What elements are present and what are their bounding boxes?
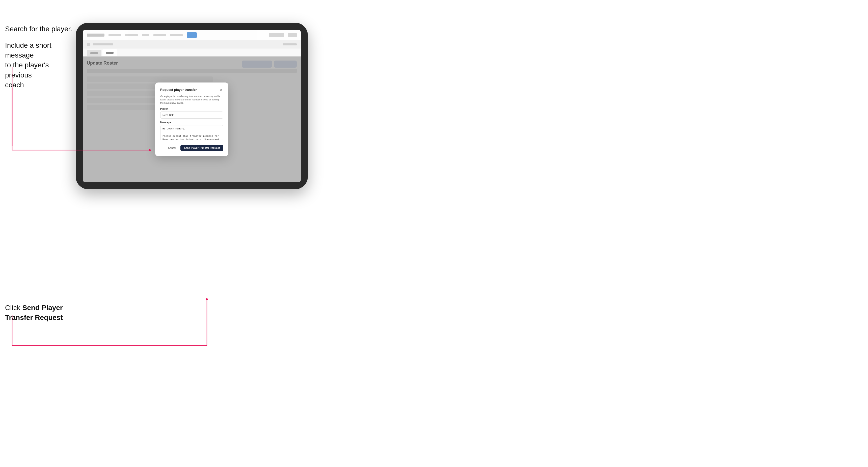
main-content: Update Roster Re — [83, 57, 301, 182]
message-label: Message — [160, 121, 223, 124]
tablet-screen: Update Roster Re — [83, 30, 301, 182]
header-btn-edit — [269, 33, 284, 37]
tab-roster[interactable] — [87, 50, 101, 56]
annotation-search-text: Search for the player. — [5, 24, 72, 34]
header-nav-teams — [125, 34, 138, 36]
tab-roster-active[interactable] — [102, 49, 117, 56]
header-nav-athletes — [153, 34, 166, 36]
app-subheader — [83, 40, 301, 49]
tab-active-text — [106, 52, 114, 54]
send-transfer-button[interactable]: Send Player Transfer Request — [180, 145, 223, 151]
modal-overlay: Request player transfer × If the player … — [83, 57, 301, 182]
tab-roster-text — [90, 52, 98, 54]
annotation-message-text: Include a short message to the player's … — [5, 40, 71, 90]
modal-header: Request player transfer × — [160, 88, 223, 92]
tab-bar — [83, 49, 301, 57]
request-transfer-modal: Request player transfer × If the player … — [155, 83, 228, 156]
modal-close-button[interactable]: × — [219, 88, 223, 92]
subheader-right — [283, 43, 297, 45]
player-label: Player — [160, 107, 223, 110]
header-nav-teams2 — [142, 34, 149, 36]
cancel-button[interactable]: Cancel — [165, 145, 178, 151]
modal-footer: Cancel Send Player Transfer Request — [160, 145, 223, 151]
modal-title: Request player transfer — [160, 88, 197, 92]
subheader-icon — [87, 43, 90, 46]
app-header — [83, 30, 301, 40]
subheader-breadcrumb — [93, 43, 113, 45]
modal-description: If the player is transferring from anoth… — [160, 95, 223, 105]
svg-marker-7 — [206, 297, 208, 300]
player-input[interactable] — [160, 112, 223, 119]
tablet-device: Update Roster Re — [76, 23, 308, 189]
header-btn-login — [288, 33, 297, 37]
annotation-click-text: Click Send Player Transfer Request — [5, 303, 63, 322]
message-textarea[interactable]: Hi Coach McHarg, Please accept this tran… — [160, 125, 223, 140]
header-nav-active — [187, 32, 197, 38]
header-nav-tournaments — [108, 34, 121, 36]
header-nav-blog — [170, 34, 183, 36]
header-logo — [87, 34, 104, 37]
